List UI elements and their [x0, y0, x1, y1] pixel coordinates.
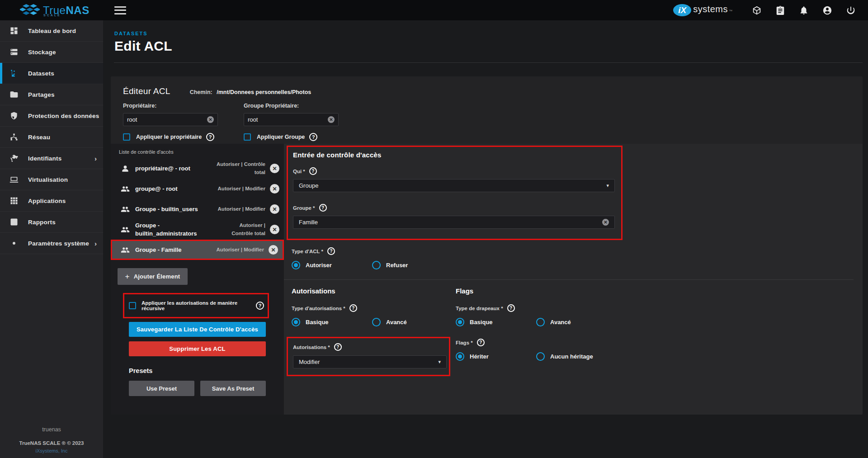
acl-row-group-at[interactable]: groupe@ - root Autoriser | Modifier ✕: [111, 179, 284, 199]
sidebar-item-label: Réseau: [28, 134, 50, 141]
sidebar-item-applications[interactable]: Applications: [0, 190, 103, 212]
help-icon[interactable]: ?: [319, 204, 327, 212]
jobs-clipboard-icon[interactable]: [775, 5, 786, 16]
sidebar-item-label: Tableau de bord: [28, 28, 76, 34]
plus-icon: +: [125, 272, 130, 281]
chevron-right-icon: ›: [94, 155, 97, 162]
remove-entry-icon[interactable]: ✕: [270, 225, 279, 234]
apply-group-label: Appliquer Groupe: [257, 134, 305, 140]
remove-entry-icon[interactable]: ✕: [270, 164, 279, 173]
hamburger-menu-icon[interactable]: [114, 6, 126, 14]
help-icon[interactable]: ?: [309, 167, 317, 175]
sidebar-item-storage[interactable]: Stockage: [0, 42, 103, 63]
group-value: Famille: [299, 219, 602, 226]
account-icon[interactable]: [822, 5, 833, 16]
truenas-logo[interactable]: TrueNAS SCALE: [0, 3, 103, 18]
sidebar-item-network[interactable]: Réseau: [0, 127, 103, 148]
remove-entry-icon[interactable]: ✕: [269, 245, 278, 255]
help-icon[interactable]: ?: [309, 133, 317, 141]
radio-flag-avance[interactable]: Avancé: [536, 318, 617, 326]
radio-label: Basique: [470, 319, 493, 326]
radio-aucun-heritage[interactable]: Aucun héritage: [536, 352, 617, 361]
help-icon[interactable]: ?: [206, 133, 214, 141]
acl-entry-perms: Autoriser | Contrôle total: [218, 222, 265, 237]
editor-title: Éditeur ACL: [123, 86, 170, 96]
clear-icon[interactable]: ✕: [207, 116, 214, 123]
owner-label: Propriétaire:: [123, 103, 231, 109]
sidebar-item-shares[interactable]: Partages: [0, 84, 103, 105]
acl-row-famille[interactable]: Groupe - Famille Autoriser | Modifier ✕: [111, 240, 284, 260]
radio-icon: [456, 352, 464, 361]
recursive-checkbox[interactable]: [129, 302, 136, 309]
clear-icon[interactable]: ✕: [328, 116, 335, 123]
ix-trademark: ™: [729, 9, 732, 13]
presets-title: Presets: [129, 367, 284, 374]
add-item-button[interactable]: + Ajouter Élement: [118, 268, 188, 285]
owner-section: Éditeur ACL Chemin: /mnt/Donnees personn…: [111, 76, 863, 144]
radio-label: Avancé: [550, 319, 571, 326]
chevron-down-icon: ▾: [438, 359, 441, 365]
chevron-right-icon: ›: [94, 240, 97, 247]
alerts-bell-icon[interactable]: [798, 5, 809, 16]
radio-perm-avance[interactable]: Avancé: [372, 318, 453, 326]
remove-entry-icon[interactable]: ✕: [270, 204, 279, 214]
data-protection-icon: [9, 111, 19, 121]
ix-oval-icon: iX: [673, 4, 691, 16]
group-icon: [121, 246, 132, 255]
use-preset-button[interactable]: Use Preset: [129, 381, 194, 396]
recursive-label: Appliquer les autorisations de manière r…: [142, 300, 252, 311]
apps-icon: [9, 196, 19, 206]
apply-owner-checkbox[interactable]: [123, 133, 130, 141]
permissions-select[interactable]: Modifier ▾: [293, 355, 447, 368]
radio-heriter[interactable]: Hériter: [456, 352, 536, 361]
group-input[interactable]: Famille ✕: [293, 216, 615, 229]
copyright: TrueNAS SCALE ® © 2023: [0, 440, 103, 446]
power-icon[interactable]: [845, 5, 856, 16]
radio-perm-basique[interactable]: Basique: [292, 318, 372, 326]
acl-row-builtin-administrators[interactable]: Groupe - builtin_administrators Autorise…: [111, 219, 284, 240]
storage-icon: [9, 47, 19, 57]
radio-icon: [372, 318, 381, 326]
radio-refuser[interactable]: Refuser: [372, 261, 453, 269]
help-icon[interactable]: ?: [507, 304, 515, 312]
clear-icon[interactable]: ✕: [602, 219, 609, 226]
help-icon[interactable]: ?: [334, 343, 342, 351]
acl-entry-name: propriétaire@ - root: [135, 165, 202, 173]
radio-autoriser[interactable]: Autoriser: [292, 261, 372, 269]
sidebar-item-datasets[interactable]: Datasets: [0, 63, 103, 84]
who-select[interactable]: Groupe ▾: [293, 179, 615, 192]
remove-entry-icon[interactable]: ✕: [270, 184, 279, 194]
chevron-down-icon: ▾: [606, 183, 609, 189]
help-icon[interactable]: ?: [327, 247, 335, 255]
sidebar-item-credentials[interactable]: Identifiants ›: [0, 148, 103, 169]
truecommand-icon[interactable]: [751, 5, 762, 16]
ixsystems-link[interactable]: iXsystems, Inc: [0, 448, 103, 453]
save-as-preset-button[interactable]: Save As Preset: [200, 381, 266, 396]
sidebar-item-reports[interactable]: Rapports: [0, 212, 103, 233]
group-icon: [121, 205, 132, 214]
flag-type-label: Type de drapeaux *: [456, 306, 503, 311]
radio-flag-basique[interactable]: Basique: [456, 318, 536, 326]
radio-icon: [536, 318, 545, 326]
sidebar-item-data-protection[interactable]: Protection des données: [0, 105, 103, 127]
topbar: TrueNAS SCALE iX systems ™: [0, 0, 868, 20]
sidebar-item-system-settings[interactable]: Paramètres système ›: [0, 233, 103, 254]
help-icon[interactable]: ?: [477, 339, 485, 346]
help-icon[interactable]: ?: [349, 304, 357, 312]
owner-input[interactable]: root ✕: [123, 113, 218, 126]
breadcrumb[interactable]: DATASETS: [114, 31, 868, 36]
group-owner-input[interactable]: root ✕: [244, 113, 339, 126]
strip-acl-button[interactable]: Supprimer Les ACL: [129, 341, 266, 356]
acl-row-builtin-users[interactable]: Groupe - builtin_users Autoriser | Modif…: [111, 199, 284, 219]
sidebar-item-label: Datasets: [28, 70, 54, 77]
acl-row-owner[interactable]: propriétaire@ - root Autoriser | Contrôl…: [111, 158, 284, 179]
help-icon[interactable]: ?: [256, 302, 264, 310]
save-acl-button[interactable]: Sauvegarder La Liste De Contrôle D'accès: [129, 322, 266, 337]
section-divider: [284, 279, 854, 280]
apply-group-checkbox[interactable]: [244, 133, 251, 141]
sidebar-item-dashboard[interactable]: Tableau de bord: [0, 20, 103, 42]
recursive-checkbox-row: Appliquer les autorisations de manière r…: [123, 293, 269, 318]
sidebar-item-virtualization[interactable]: Virtualisation: [0, 169, 103, 190]
group-label: Groupe *: [293, 205, 315, 211]
permissions-label: Autorisations *: [293, 345, 330, 350]
